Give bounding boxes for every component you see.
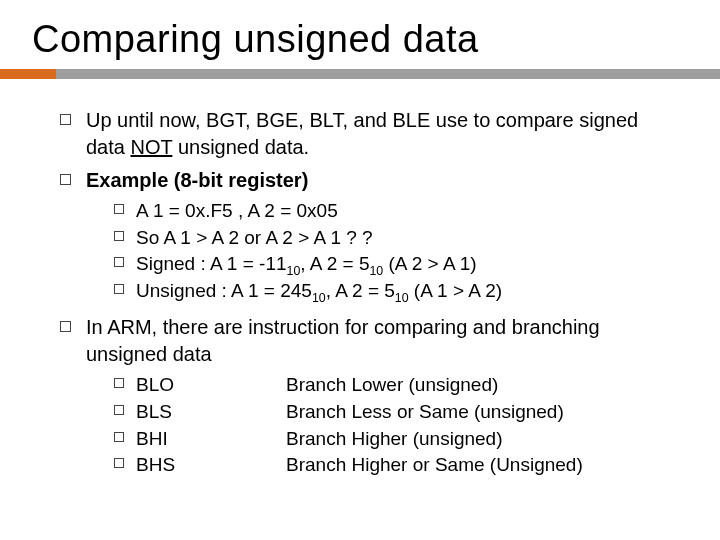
desc-bhs: Branch Higher or Same (Unsigned) <box>286 454 583 475</box>
rule-accent <box>0 69 56 79</box>
sub-2-2-text: So A 1 > A 2 or A 2 > A 1 ? ? <box>136 227 373 248</box>
bullet-1: Up until now, BGT, BGE, BLT, and BLE use… <box>60 107 680 161</box>
sub-2-3-c: (A 2 > A 1) <box>383 253 476 274</box>
bullet-list: Up until now, BGT, BGE, BLT, and BLE use… <box>60 107 680 479</box>
title-rule <box>0 69 720 87</box>
sub-2-3-b: , A 2 = 5 <box>300 253 369 274</box>
bullet-3-sublist: BLOBranch Lower (unsigned) BLSBranch Les… <box>86 372 680 478</box>
mnemonic-bhi: BHI <box>136 426 286 453</box>
sub-2-3: Signed : A 1 = -1110, A 2 = 510 (A 2 > A… <box>114 251 680 278</box>
rule-gray <box>56 69 720 79</box>
sub-2-4-b: , A 2 = 5 <box>326 280 395 301</box>
sub-2-4-sub1: 10 <box>312 291 326 305</box>
slide-title: Comparing unsigned data <box>0 0 720 69</box>
sub-3-1: BLOBranch Lower (unsigned) <box>114 372 680 399</box>
bullet-1-not: NOT <box>130 136 172 158</box>
sub-3-3: BHIBranch Higher (unsigned) <box>114 426 680 453</box>
sub-2-3-sub1: 10 <box>287 264 301 278</box>
sub-2-2: So A 1 > A 2 or A 2 > A 1 ? ? <box>114 225 680 252</box>
sub-2-4-c: (A 1 > A 2) <box>409 280 502 301</box>
slide-content: Up until now, BGT, BGE, BLT, and BLE use… <box>0 87 720 479</box>
sub-2-3-sub2: 10 <box>369 264 383 278</box>
bullet-3-text: In ARM, there are instruction for compar… <box>86 316 600 365</box>
bullet-3: In ARM, there are instruction for compar… <box>60 314 680 478</box>
sub-2-4-a: Unsigned : A 1 = 245 <box>136 280 312 301</box>
sub-3-2: BLSBranch Less or Same (unsigned) <box>114 399 680 426</box>
desc-bhi: Branch Higher (unsigned) <box>286 428 503 449</box>
sub-2-1: A 1 = 0x.F5 , A 2 = 0x05 <box>114 198 680 225</box>
sub-2-1-text: A 1 = 0x.F5 , A 2 = 0x05 <box>136 200 338 221</box>
bullet-2-sublist: A 1 = 0x.F5 , A 2 = 0x05 So A 1 > A 2 or… <box>86 198 680 304</box>
desc-bls: Branch Less or Same (unsigned) <box>286 401 564 422</box>
bullet-2-text: Example (8-bit register) <box>86 169 308 191</box>
mnemonic-bhs: BHS <box>136 452 286 479</box>
slide: Comparing unsigned data Up until now, BG… <box>0 0 720 540</box>
sub-2-3-a: Signed : A 1 = -11 <box>136 253 287 274</box>
desc-blo: Branch Lower (unsigned) <box>286 374 498 395</box>
sub-2-4-sub2: 10 <box>395 291 409 305</box>
sub-3-4: BHSBranch Higher or Same (Unsigned) <box>114 452 680 479</box>
mnemonic-blo: BLO <box>136 372 286 399</box>
bullet-2: Example (8-bit register) A 1 = 0x.F5 , A… <box>60 167 680 304</box>
mnemonic-bls: BLS <box>136 399 286 426</box>
sub-2-4: Unsigned : A 1 = 24510, A 2 = 510 (A 1 >… <box>114 278 680 305</box>
bullet-1-text-b: unsigned data. <box>172 136 309 158</box>
